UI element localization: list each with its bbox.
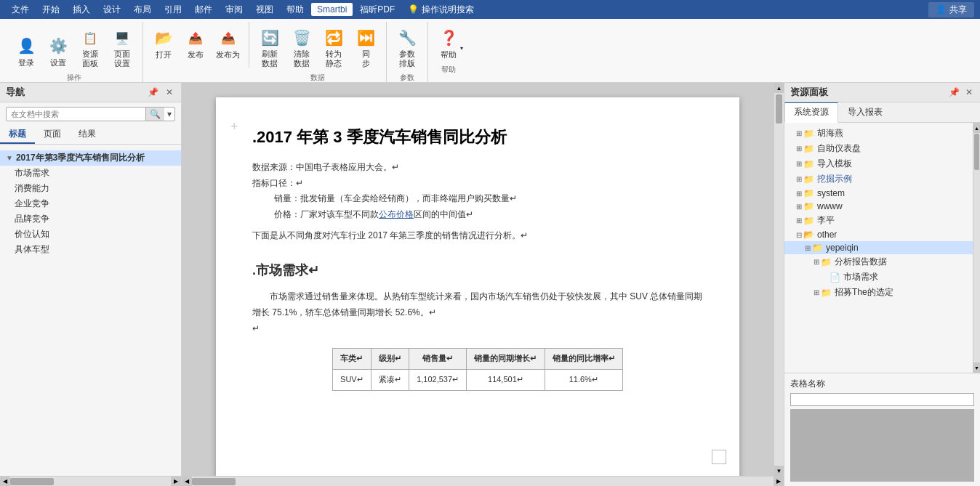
res-tree-wrapper: ⊞ 📁 胡海燕 ⊞ 📁 自助仪表盘 ⊞ 📁 导入模板 ⊞ 📁 挖 — [784, 123, 980, 373]
menu-foxitpdf[interactable]: 福昕PDF — [354, 2, 401, 17]
doc-container[interactable]: + .2017 年第 3 季度汽车销售同比分析 数据来源：中国电子表格应用大会。… — [182, 83, 774, 476]
ribbon-sync-button[interactable]: ⏭️ 同 步 — [351, 25, 380, 70]
menu-home[interactable]: 开始 — [36, 2, 65, 17]
menu-insert[interactable]: 插入 — [67, 2, 96, 17]
doc-hscrollbar[interactable]: ◀ ▶ — [182, 476, 784, 486]
nav-controls: 📌 ✕ — [145, 87, 175, 97]
menu-design[interactable]: 设计 — [97, 2, 126, 17]
doc-section1-title: .市场需求↵ — [252, 259, 703, 282]
search-button[interactable]: 🔍 — [145, 108, 164, 121]
menu-review[interactable]: 审阅 — [220, 2, 249, 17]
nav-tree-item-price[interactable]: 价位认知 — [9, 227, 181, 242]
res-tree-wwww[interactable]: ⊞ 📁 wwww — [784, 200, 973, 213]
table-header-growthrate: 销量的同比增率↵ — [545, 349, 622, 370]
res-scroll-up[interactable]: ▲ — [973, 123, 980, 133]
table-header-sales: 销售量↵ — [409, 349, 467, 370]
res-tree-mining[interactable]: ⊞ 📁 挖掘示例 — [784, 171, 973, 187]
nav-tab-page[interactable]: 页面 — [35, 126, 70, 144]
doc-scroll-down[interactable]: ▼ — [774, 466, 784, 476]
res-tree-market-demand[interactable]: ⊞ 📄 市场需求 — [784, 270, 973, 285]
ribbon-static-button[interactable]: 🔁 转为 静态 — [319, 25, 348, 70]
nav-tree-item-market[interactable]: 市场需求 — [9, 166, 181, 181]
doc-link-price[interactable]: 公布价格 — [379, 209, 414, 219]
res-tab-import[interactable]: 导入报表 — [838, 102, 892, 122]
res-pin-button[interactable]: 📌 — [947, 87, 961, 97]
ribbon-resource-panel-button[interactable]: 📋 资源 面板 — [76, 25, 105, 70]
nav-tree-item-brand[interactable]: 品牌竞争 — [9, 211, 181, 227]
nav-tab-title[interactable]: 标题 — [0, 126, 35, 144]
other-expand-icon: ⊟ — [796, 231, 802, 239]
res-tree-other[interactable]: ⊟ 📂 other — [784, 228, 973, 241]
menu-view[interactable]: 视图 — [250, 2, 279, 17]
doc-wrapper: + .2017 年第 3 季度汽车销售同比分析 数据来源：中国电子表格应用大会。… — [182, 83, 784, 476]
res-table-name-input[interactable] — [790, 393, 974, 406]
nav-h-scrollbar[interactable]: ◀ ▶ — [0, 476, 181, 486]
res-tree-dashboard[interactable]: ⊞ 📁 自助仪表盘 — [784, 141, 973, 156]
nav-tab-result[interactable]: 结果 — [70, 126, 105, 144]
doc-scroll-track[interactable] — [774, 93, 784, 466]
nav-tree-item-model[interactable]: 具体车型 — [9, 242, 181, 257]
res-scroll-track[interactable] — [973, 133, 980, 363]
doc-hscroll-track[interactable] — [192, 477, 774, 486]
nav-scroll-right[interactable]: ▶ — [171, 477, 181, 487]
menu-file[interactable]: 文件 — [6, 2, 35, 17]
menu-smartbi[interactable]: Smartbi — [311, 3, 353, 16]
res-vscrollbar[interactable]: ▲ ▼ — [973, 123, 980, 373]
doc-hscroll-right[interactable]: ▶ — [774, 477, 784, 487]
nav-scroll-track[interactable] — [10, 477, 171, 486]
ribbon-group-params-label: 参数 — [400, 73, 414, 83]
search-box: 🔍 ▾ — [6, 107, 175, 121]
table-header-cartype: 车类↵ — [333, 349, 371, 370]
nav-close-button[interactable]: ✕ — [164, 87, 175, 97]
ribbon-refresh-button[interactable]: 🔄 刷新 数据 — [255, 25, 284, 70]
ribbon-login-button[interactable]: 👤 登录 — [12, 33, 41, 70]
doc-title: .2017 年第 3 季度汽车销售同比分析 — [252, 126, 703, 148]
nav-tree-item-main[interactable]: ▼ 2017年第3季度汽车销售同比分析 — [0, 150, 181, 166]
menu-mail[interactable]: 邮件 — [189, 2, 218, 17]
ribbon-publish-button[interactable]: 📤 发布 — [181, 25, 210, 62]
res-tabs: 系统资源 导入报表 — [784, 102, 980, 123]
ribbon-group-data: 🔄 刷新 数据 🗑️ 清除 数据 🔁 转为 静态 ⏭️ 同 步 数据 — [249, 22, 387, 86]
res-tree-yepeiqin[interactable]: ⊞ 📁 yepeiqin — [784, 241, 973, 254]
mining-folder-icon: 📁 — [803, 174, 814, 185]
res-tree-system[interactable]: ⊞ 📁 system — [784, 187, 973, 200]
ribbon-page-settings-button[interactable]: 🖥️ 页面 设置 — [108, 25, 137, 70]
res-tree-liping[interactable]: ⊞ 📁 李平 — [784, 213, 973, 228]
ribbon-settings-button[interactable]: ⚙️ 设置 — [44, 33, 73, 70]
liping-folder-icon: 📁 — [803, 216, 814, 226]
ribbon-params-layout-button[interactable]: 🔧 参数 排版 — [393, 25, 422, 70]
doc-vscrollbar[interactable]: ▲ ▼ — [774, 83, 784, 476]
nav-pin-button[interactable]: 📌 — [145, 87, 161, 97]
help-dropdown-arrow: ▾ — [460, 45, 463, 52]
main-layout: 导航 📌 ✕ 🔍 ▾ 标题 页面 结果 ▼ 2017年第3季度汽车销售同比分析 … — [0, 83, 980, 486]
dashboard-expand-icon: ⊞ — [796, 145, 802, 153]
doc-hscroll-left[interactable]: ◀ — [182, 477, 192, 487]
res-tree-import-template[interactable]: ⊞ 📁 导入模板 — [784, 156, 973, 171]
res-tab-system[interactable]: 系统资源 — [784, 102, 838, 123]
res-tree-huhaiyao[interactable]: ⊞ 📁 胡海燕 — [784, 126, 973, 141]
menu-reference[interactable]: 引用 — [158, 2, 188, 17]
ribbon-publish-as-button[interactable]: 📤 发布为 — [213, 25, 243, 62]
res-tree-analysis-data[interactable]: ⊞ 📁 分析报告数据 — [784, 254, 973, 270]
menu-layout[interactable]: 布局 — [128, 2, 157, 17]
nav-scroll-left[interactable]: ◀ — [0, 477, 10, 487]
search-input[interactable] — [7, 108, 145, 121]
res-scroll-down[interactable]: ▼ — [973, 363, 980, 373]
search-dropdown-button[interactable]: ▾ — [164, 108, 174, 121]
doc-scroll-thumb — [776, 94, 782, 123]
ribbon-help-button[interactable]: ❓ 帮助 ▾ — [434, 25, 463, 62]
nav-tree-item-consume[interactable]: 消费能力 — [9, 181, 181, 196]
ribbon-clear-button[interactable]: 🗑️ 清除 数据 — [287, 25, 316, 70]
ribbon-open-button[interactable]: 📂 打开 — [149, 25, 178, 62]
menu-help[interactable]: 帮助 — [281, 2, 310, 17]
res-tree-recruit[interactable]: ⊞ 📁 招募The的选定 — [784, 285, 973, 300]
analysis-data-expand-icon: ⊞ — [814, 258, 819, 266]
doc-scroll-up[interactable]: ▲ — [774, 83, 784, 93]
table-header-row: 车类↵ 级别↵ 销售量↵ 销量的同期增长↵ 销量的同比增率↵ — [333, 349, 623, 370]
doc-indicator1: 销量：批发销量（车企卖给经销商），而非终端用户购买数量↵ — [274, 191, 703, 207]
nav-tree-item-enterprise[interactable]: 企业竞争 — [9, 196, 181, 211]
table-header-growth: 销量的同期增长↵ — [467, 349, 545, 370]
share-button[interactable]: 👤 共享 — [928, 2, 974, 17]
menu-search-help[interactable]: 💡 操作说明搜索 — [402, 2, 480, 17]
dashboard-folder-icon: 📁 — [803, 144, 814, 154]
